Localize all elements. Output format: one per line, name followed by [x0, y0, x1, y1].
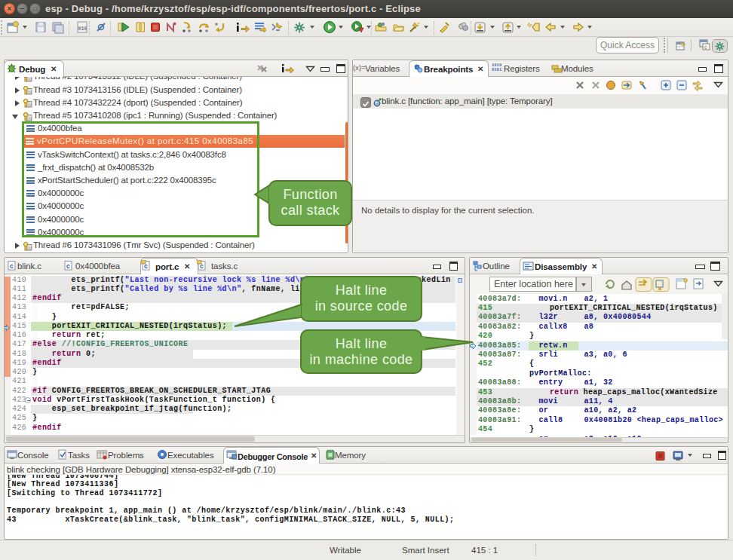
svg-text:c: c: [10, 262, 14, 270]
svg-text:c: c: [66, 262, 70, 270]
svg-text:010: 010: [78, 26, 87, 32]
